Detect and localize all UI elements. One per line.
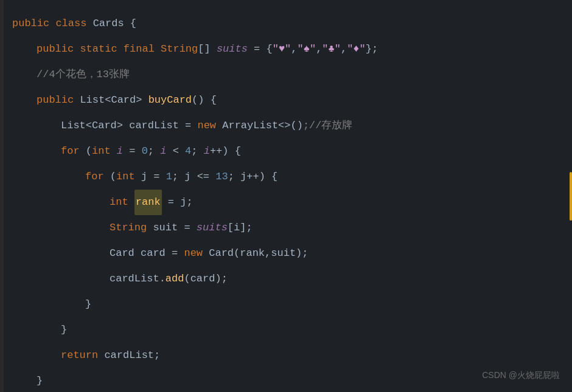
keyword: int xyxy=(110,190,134,215)
variable-name: cardList xyxy=(129,113,179,139)
syntax: ; xyxy=(186,190,192,215)
left-border xyxy=(0,0,4,392)
variable-name: suits xyxy=(217,36,248,62)
code-line-3: //4个花色，13张牌 xyxy=(12,62,560,88)
string-value: "♠" xyxy=(298,36,316,62)
scroll-indicator xyxy=(570,172,572,221)
string-value: "♦" xyxy=(347,36,366,62)
code-content: public class Cards { public static final… xyxy=(0,6,572,392)
keyword: int xyxy=(92,139,117,164)
syntax: = xyxy=(162,190,181,215)
syntax: ( xyxy=(110,164,116,190)
string-value: "♣" xyxy=(322,36,341,62)
code-editor: public class Cards { public static final… xyxy=(0,0,572,392)
syntax: = xyxy=(147,164,166,190)
brace: { xyxy=(130,11,136,36)
keyword: String xyxy=(161,36,198,62)
code-line-15: } xyxy=(12,368,560,392)
syntax: . xyxy=(159,266,166,292)
syntax: }; xyxy=(366,36,378,62)
keyword: return xyxy=(61,343,104,368)
code-line-9: String suit = suits[i]; xyxy=(12,215,560,241)
variable-name: i xyxy=(117,139,123,164)
code-line-10: Card card = new Card(rank,suit); xyxy=(12,241,560,266)
variable-name: cardList xyxy=(110,266,159,292)
keyword: class xyxy=(55,11,92,36)
keyword: for xyxy=(85,164,110,190)
closing-brace: } xyxy=(37,368,43,392)
variable-name: j xyxy=(141,164,147,190)
keyword: public xyxy=(37,36,80,62)
syntax: < xyxy=(166,139,185,164)
keyword: new xyxy=(197,113,222,139)
syntax: , xyxy=(316,36,322,62)
keyword: new xyxy=(184,241,209,266)
comment-text: ;//存放牌 xyxy=(303,113,353,139)
number-literal: 1 xyxy=(166,164,172,190)
code-line-13: } xyxy=(12,317,560,343)
highlighted-variable: rank xyxy=(134,190,162,215)
comment-text: //4个花色，13张牌 xyxy=(37,62,130,88)
code-line-7: for (int j = 1; j <= 13; j++) { xyxy=(12,164,560,190)
variable-name: card xyxy=(141,241,166,266)
syntax: = { xyxy=(248,36,273,62)
variable-name: j xyxy=(184,164,190,190)
type-name: List<Card> xyxy=(80,88,148,113)
variable-name: j xyxy=(180,190,186,215)
variable-name: i xyxy=(160,139,166,164)
syntax: [] xyxy=(198,36,217,62)
closing-brace: } xyxy=(61,317,67,343)
type-name: Card xyxy=(110,241,141,266)
syntax: ; xyxy=(148,139,160,164)
syntax: <= xyxy=(190,164,215,190)
method-name: add xyxy=(166,266,184,292)
syntax: = xyxy=(123,139,142,164)
syntax: = xyxy=(166,241,184,266)
syntax: , xyxy=(291,36,297,62)
code-line-14: return cardList; xyxy=(12,343,560,368)
class-name: Card xyxy=(209,241,234,266)
keyword: for xyxy=(61,139,86,164)
syntax: () { xyxy=(192,88,217,113)
syntax: ; xyxy=(228,164,240,190)
class-name: Cards xyxy=(93,11,130,36)
code-line-5: List<Card> cardList = new ArrayList<>();… xyxy=(12,113,560,139)
class-name: ArrayList<>() xyxy=(222,113,303,139)
keyword: String xyxy=(110,215,153,241)
keyword: final xyxy=(124,36,161,62)
type-name: List<Card> xyxy=(61,113,129,139)
variable-name: i xyxy=(204,139,210,164)
closing-brace: } xyxy=(85,292,91,317)
number-literal: 13 xyxy=(215,164,228,190)
code-line-6: for (int i = 0; i < 4; i++) { xyxy=(12,139,560,164)
number-literal: 0 xyxy=(142,139,148,164)
syntax: ++) { xyxy=(246,164,277,190)
code-line-2: public static final String[] suits = {"♥… xyxy=(12,36,560,62)
syntax: ; xyxy=(191,139,203,164)
code-line-4: public List<Card> buyCard() { xyxy=(12,88,560,113)
watermark-text: CSDN @火烧屁屁啦 xyxy=(482,370,560,381)
keyword: public xyxy=(37,88,80,113)
syntax: , xyxy=(341,36,347,62)
syntax: ; xyxy=(172,164,184,190)
syntax: ( xyxy=(86,139,92,164)
syntax: (card); xyxy=(184,266,227,292)
variable-name: cardList; xyxy=(104,343,160,368)
syntax: (rank,suit); xyxy=(234,241,308,266)
method-name: buyCard xyxy=(148,88,192,113)
syntax: ++) { xyxy=(210,139,241,164)
variable-name: j xyxy=(240,164,246,190)
code-line-11: cardList.add(card); xyxy=(12,266,560,292)
keyword: static xyxy=(80,36,123,62)
variable-name: suits xyxy=(197,215,228,241)
keyword: int xyxy=(116,164,141,190)
string-value: "♥" xyxy=(273,36,291,62)
syntax: [i]; xyxy=(228,215,253,241)
code-line-12: } xyxy=(12,292,560,317)
syntax: = xyxy=(178,215,197,241)
number-literal: 4 xyxy=(185,139,191,164)
code-line-8: int rank = j; xyxy=(12,190,560,215)
syntax: = xyxy=(179,113,198,139)
code-line-1: public class Cards { xyxy=(12,11,560,36)
keyword: public xyxy=(12,11,55,36)
